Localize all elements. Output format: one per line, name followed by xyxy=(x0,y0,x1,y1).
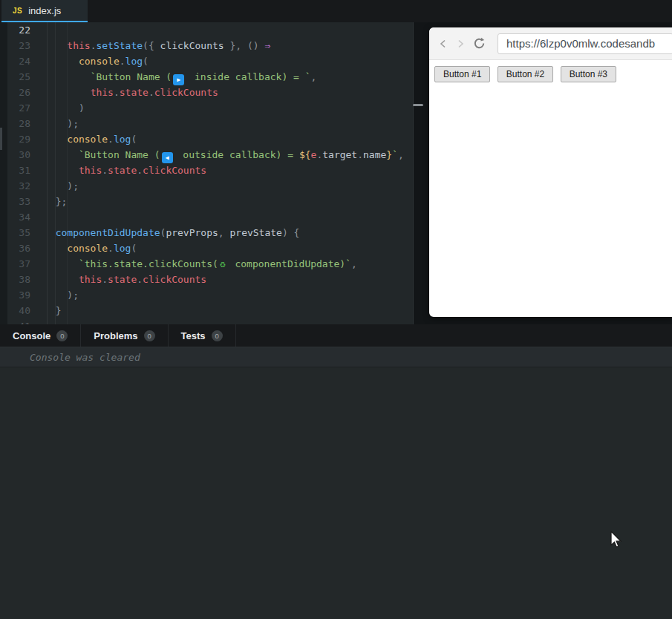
editor-tab-bar: JS index.js xyxy=(0,0,672,22)
code-editor[interactable]: 2223 this.setState({ clickCounts }, () ⇒… xyxy=(7,22,414,324)
code-line-row[interactable]: 23 this.setState({ clickCounts }, () ⇒ xyxy=(7,38,413,53)
line-number: 28 xyxy=(7,116,30,131)
code-line-row[interactable]: 40 } xyxy=(7,303,413,318)
preview-button-2[interactable]: Button #2 xyxy=(498,66,553,82)
preview-button-3[interactable]: Button #3 xyxy=(561,66,616,82)
line-number: 41 xyxy=(7,318,30,324)
code-token: `Button Name ( xyxy=(79,149,160,160)
line-number: 22 xyxy=(7,22,30,38)
tab-tests[interactable]: Tests 0 xyxy=(169,324,236,347)
code-token: ( xyxy=(131,243,137,254)
code-token: clickCounts xyxy=(143,165,206,176)
url-input[interactable] xyxy=(498,33,672,54)
line-number: 35 xyxy=(7,225,30,240)
code-token: . xyxy=(137,165,143,176)
code-line-row[interactable]: 33 }; xyxy=(7,194,413,209)
code-line: this.state.clickCounts xyxy=(30,163,206,178)
line-number: 24 xyxy=(7,53,30,69)
code-token: ( xyxy=(131,134,137,145)
code-line-row[interactable]: 34 xyxy=(7,209,413,225)
code-token: . xyxy=(137,274,143,285)
code-line: ) xyxy=(30,100,85,116)
code-token: `this.state.clickCounts( xyxy=(79,258,218,269)
code-line: `Button Name (▶ inside callback) = `, xyxy=(30,69,316,85)
code-line-row[interactable]: 32 ); xyxy=(7,178,413,194)
code-token: , xyxy=(398,149,404,160)
code-line: } xyxy=(30,303,61,318)
code-line-row[interactable]: 25 `Button Name (▶ inside callback) = `, xyxy=(7,69,413,85)
code-token: target xyxy=(322,149,357,160)
preview-nav-bar xyxy=(429,27,672,60)
chevron-left-icon xyxy=(438,39,448,49)
browser-preview: Button #1 Button #2 Button #3 xyxy=(429,27,672,317)
refresh-button[interactable] xyxy=(472,36,486,50)
code-line-row[interactable]: 35 componentDidUpdate(prevProps, prevSta… xyxy=(7,225,413,240)
code-token: prevState xyxy=(229,227,281,238)
back-button[interactable] xyxy=(438,39,448,49)
code-token: ) { xyxy=(282,227,299,238)
code-token xyxy=(44,56,79,67)
code-line-row[interactable]: 28 ); xyxy=(7,116,413,131)
code-line-row[interactable]: 30 `Button Name (◀ outside callback) = $… xyxy=(7,147,413,163)
line-number: 23 xyxy=(7,38,30,53)
code-line-row[interactable]: 24 console.log( xyxy=(7,53,413,69)
forward-button[interactable] xyxy=(455,39,466,49)
devtools-tab-bar: Console 0 Problems 0 Tests 0 xyxy=(0,324,672,347)
console-output-area[interactable] xyxy=(0,367,672,619)
code-token: componentDidUpdate xyxy=(56,227,160,238)
code-token xyxy=(44,227,56,238)
code-token: state xyxy=(108,274,137,285)
tab-label: index.js xyxy=(28,5,61,16)
code-token xyxy=(44,165,79,176)
tab-console-label: Console xyxy=(13,330,50,341)
code-line-row[interactable]: 31 this.state.clickCounts xyxy=(7,163,413,178)
code-token: ${ xyxy=(299,149,311,160)
panel-resize-handle[interactable] xyxy=(413,104,423,106)
code-token: ( xyxy=(143,56,149,67)
code-line: this.state.clickCounts xyxy=(30,85,218,100)
code-token: . xyxy=(102,274,108,285)
code-line xyxy=(30,209,44,225)
code-token: this xyxy=(79,274,102,285)
code-token xyxy=(44,258,79,269)
code-line-row[interactable]: 39 ); xyxy=(7,287,413,303)
tab-tests-label: Tests xyxy=(181,330,206,341)
line-number: 34 xyxy=(7,209,30,225)
line-number: 30 xyxy=(7,147,30,163)
code-line-row[interactable]: 41 xyxy=(7,318,413,324)
tab-problems-label: Problems xyxy=(94,330,137,341)
play-button-emoji: ▶ xyxy=(173,74,184,85)
code-token: name xyxy=(363,149,386,160)
tab-index-js[interactable]: JS index.js xyxy=(1,0,88,22)
code-token: ({ xyxy=(143,40,160,51)
code-token: . xyxy=(114,87,120,98)
tab-problems[interactable]: Problems 0 xyxy=(81,324,168,347)
code-line-row[interactable]: 38 this.state.clickCounts xyxy=(7,272,413,287)
code-line xyxy=(30,22,44,38)
code-token: this xyxy=(91,87,114,98)
scrollbar-thumb[interactable] xyxy=(0,128,2,150)
reverse-button-emoji: ◀ xyxy=(162,152,173,163)
code-line: `Button Name (◀ outside callback) = ${e.… xyxy=(30,147,404,163)
line-number: 32 xyxy=(7,178,30,194)
code-token: inside callback) = ` xyxy=(189,71,310,82)
line-number: 26 xyxy=(7,85,30,100)
code-token: . xyxy=(120,56,125,67)
code-token: }, () xyxy=(224,40,265,51)
line-number: 40 xyxy=(7,303,30,318)
preview-button-1[interactable]: Button #1 xyxy=(434,66,490,82)
line-number: 33 xyxy=(7,194,30,209)
code-line: }; xyxy=(30,194,67,209)
code-line-row[interactable]: 37 `this.state.clickCounts(♻ componentDi… xyxy=(7,256,413,272)
gutter-separator xyxy=(47,22,48,324)
tab-console[interactable]: Console 0 xyxy=(0,324,81,347)
code-line-row[interactable]: 36 console.log( xyxy=(7,240,413,256)
code-line-row[interactable]: 22 xyxy=(7,22,413,38)
code-token: ); xyxy=(44,289,79,301)
code-line-row[interactable]: 26 this.state.clickCounts xyxy=(7,85,413,100)
code-line-row[interactable]: 27 ) xyxy=(7,100,413,116)
code-line-row[interactable]: 29 console.log( xyxy=(7,131,413,147)
line-number: 39 xyxy=(7,287,30,303)
console-cleared-message: Console was cleared xyxy=(0,347,672,367)
code-token: . xyxy=(108,243,114,254)
